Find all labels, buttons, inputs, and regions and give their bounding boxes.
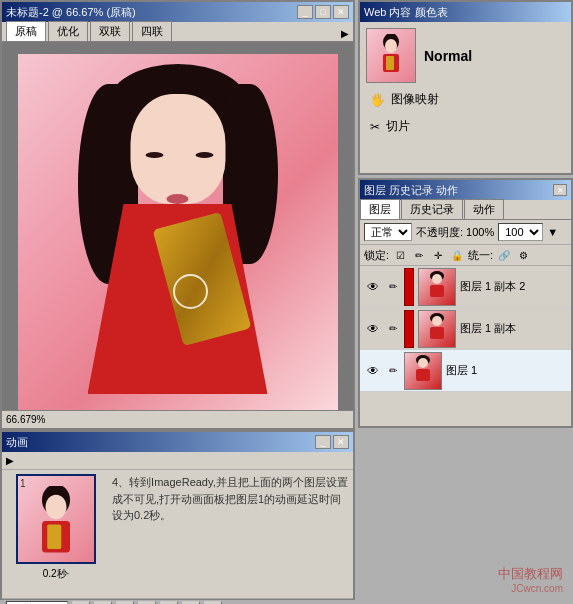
anim-first-btn[interactable]: ⏮ xyxy=(72,601,90,605)
svg-point-8 xyxy=(432,316,442,326)
svg-rect-12 xyxy=(416,369,430,381)
layer-edit-icon: ✏ xyxy=(386,364,400,378)
main-window-title: 未标题-2 @ 66.67% (原稿) xyxy=(6,5,136,20)
watermark-main: 中国教程网 xyxy=(498,565,563,583)
layer-edit-icon: ✏ xyxy=(386,280,400,294)
image-map-label: 图像映射 xyxy=(391,91,439,108)
opacity-dropdown-icon: ▼ xyxy=(547,226,558,238)
slice-item[interactable]: ✂ 切片 xyxy=(366,116,565,137)
lock-move-icon[interactable]: ✛ xyxy=(430,247,446,263)
layers-tabs: 图层 历史记录 动作 xyxy=(360,200,571,220)
status-bar: 66.679% xyxy=(2,410,353,428)
layers-panel: 图层 历史记录 动作 ✕ 图层 历史记录 动作 正常 不透明度: 100% 10… xyxy=(358,178,573,428)
layer-name: 图层 1 副本 2 xyxy=(460,279,567,294)
tab-original[interactable]: 原稿 xyxy=(6,21,46,41)
anim-next-btn[interactable]: ▶| xyxy=(138,601,156,605)
tab-history[interactable]: 历史记录 xyxy=(401,199,463,219)
image-map-item[interactable]: 🖐 图像映射 xyxy=(366,89,565,110)
anim-delete-btn[interactable]: 🗑 xyxy=(204,601,222,605)
anim-new-btn[interactable]: + xyxy=(182,601,200,605)
layer-name: 图层 1 xyxy=(446,363,567,378)
svg-rect-6 xyxy=(430,285,444,297)
watermark: 中国教程网 JCwcn.com xyxy=(498,565,563,594)
anim-description: 4、转到ImageReady,并且把上面的两个图层设置成不可见,打开动画面板把图… xyxy=(112,474,349,594)
tab-quad[interactable]: 四联 xyxy=(132,21,172,41)
layer-row[interactable]: 👁 ✏ 图层 1 副本 xyxy=(360,308,571,350)
svg-rect-3 xyxy=(386,56,394,70)
anim-close-btn[interactable]: ✕ xyxy=(333,435,349,449)
svg-rect-16 xyxy=(47,525,61,550)
web-normal-label: Normal xyxy=(424,48,472,64)
watermark-sub: JCwcn.com xyxy=(498,583,563,594)
layer-row[interactable]: 👁 ✏ 图层 1 副本 2 xyxy=(360,266,571,308)
blend-mode-select[interactable]: 正常 xyxy=(364,223,412,241)
lock-pen-icon[interactable]: ✏ xyxy=(411,247,427,263)
layer-thumbnail xyxy=(418,268,456,306)
main-image-window: 未标题-2 @ 66.67% (原稿) _ □ ✕ 原稿 优化 双联 四联 ▶ xyxy=(0,0,355,430)
layer-edit-icon: ✏ xyxy=(386,322,400,336)
thumb-figure-svg xyxy=(376,34,406,74)
tab-bar: 原稿 优化 双联 四联 ▶ xyxy=(2,22,353,42)
layer-thumb-svg xyxy=(427,271,447,299)
layer-thumb-svg xyxy=(427,313,447,341)
layer-name: 图层 1 副本 xyxy=(460,321,567,336)
web-content-panel: Web 内容 颜色表 Normal 🖐 图像映射 ✂ 切片 xyxy=(358,0,573,175)
layers-controls: 正常 不透明度: 100% 100% ▼ xyxy=(360,220,571,245)
opacity-select[interactable]: 100% xyxy=(498,223,543,241)
layers-lock-row: 锁定: ☑ ✏ ✛ 🔒 统一: 🔗 ⚙ xyxy=(360,245,571,266)
svg-point-14 xyxy=(46,495,67,520)
fill-label: 统一: xyxy=(468,248,493,263)
layer-row-active[interactable]: 👁 ✏ 图层 1 xyxy=(360,350,571,392)
slice-icon: ✂ xyxy=(370,120,380,134)
layer-thumbnail xyxy=(404,352,442,390)
fill-icon2[interactable]: ⚙ xyxy=(515,247,531,263)
anim-arrow: ▶ xyxy=(6,455,14,466)
lips xyxy=(167,194,189,204)
main-title-bar: 未标题-2 @ 66.67% (原稿) _ □ ✕ xyxy=(2,2,353,22)
lock-all-icon[interactable]: 🔒 xyxy=(449,247,465,263)
anim-minimize-btn[interactable]: _ xyxy=(315,435,331,449)
anim-figure-svg xyxy=(29,486,84,556)
canvas-image xyxy=(18,54,338,414)
layers-close-button[interactable]: ✕ xyxy=(553,184,567,196)
figure xyxy=(68,64,288,394)
layer-visibility-icon[interactable]: 👁 xyxy=(364,320,382,338)
web-panel-title-bar: Web 内容 颜色表 xyxy=(360,2,571,22)
animation-window: 动画 _ ✕ ▶ 1 0.2秒· 4、转到ImageReady,并且把上面的两个… xyxy=(0,430,355,600)
layers-list: 👁 ✏ 图层 1 副本 2 👁 ✏ xyxy=(360,266,571,392)
anim-frame-area: 1 0.2秒· xyxy=(6,474,106,594)
anim-window-controls: _ ✕ xyxy=(315,435,349,449)
close-button[interactable]: ✕ xyxy=(333,5,349,19)
lock-label: 锁定: xyxy=(364,248,389,263)
anim-tween-btn[interactable]: ⋯ xyxy=(160,601,178,605)
anim-prev-btn[interactable]: ◀ xyxy=(94,601,112,605)
anim-controls: 一直有效 ⏮ ◀ ▶ ▶| ⋯ + 🗑 xyxy=(2,598,353,604)
maximize-button[interactable]: □ xyxy=(315,5,331,19)
lock-check-icon[interactable]: ☑ xyxy=(392,247,408,263)
web-thumbnail-row: Normal xyxy=(366,28,565,83)
web-panel-title: Web 内容 颜色表 xyxy=(364,5,448,20)
layers-title-bar: 图层 历史记录 动作 ✕ xyxy=(360,180,571,200)
layer-red-box xyxy=(404,310,414,348)
face xyxy=(130,94,225,204)
anim-frame[interactable]: 1 xyxy=(16,474,96,564)
tab-scroll-arrow[interactable]: ▶ xyxy=(341,28,349,39)
tab-optimize[interactable]: 优化 xyxy=(48,21,88,41)
layer-red-box xyxy=(404,268,414,306)
anim-frame-duration[interactable]: 0.2秒· xyxy=(43,567,70,581)
canvas-area xyxy=(2,42,353,426)
layer-visibility-icon[interactable]: 👁 xyxy=(364,362,382,380)
minimize-button[interactable]: _ xyxy=(297,5,313,19)
zoom-level: 66.679% xyxy=(6,414,45,425)
svg-point-5 xyxy=(432,274,442,284)
opacity-label: 不透明度: 100% xyxy=(416,225,494,240)
eye-right xyxy=(145,152,163,158)
tab-actions[interactable]: 动作 xyxy=(464,199,504,219)
tab-dual[interactable]: 双联 xyxy=(90,21,130,41)
anim-play-btn[interactable]: ▶ xyxy=(116,601,134,605)
anim-title-bar: 动画 _ ✕ xyxy=(2,432,353,452)
layer-visibility-icon[interactable]: 👁 xyxy=(364,278,382,296)
tab-layers[interactable]: 图层 xyxy=(360,199,400,219)
web-content-area: Normal 🖐 图像映射 ✂ 切片 xyxy=(360,22,571,143)
fill-icon1[interactable]: 🔗 xyxy=(496,247,512,263)
